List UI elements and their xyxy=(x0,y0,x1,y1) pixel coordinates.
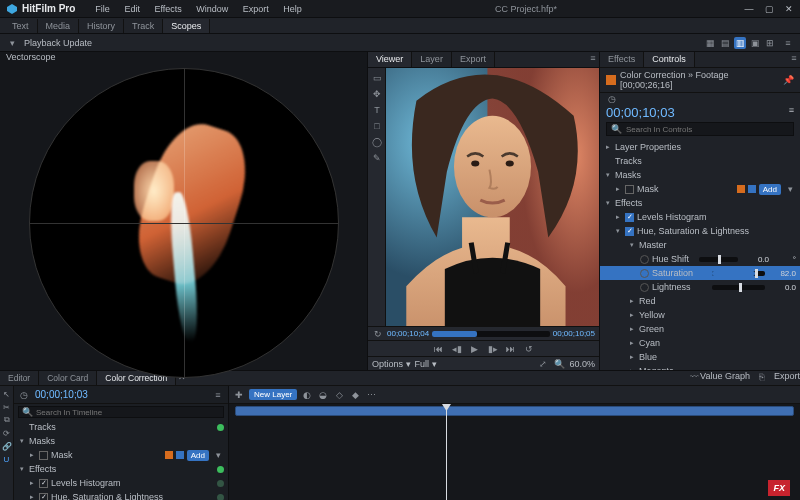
saturation-slider[interactable] xyxy=(712,271,765,276)
tool-c-icon[interactable]: ◇ xyxy=(333,389,345,401)
mask-ellipse-icon[interactable]: ◯ xyxy=(371,136,383,148)
rate-tool-icon[interactable]: ⟳ xyxy=(2,428,12,438)
keyframe-toggle-light[interactable] xyxy=(640,283,649,292)
timeline-clip[interactable] xyxy=(235,406,794,416)
visibility-dot[interactable] xyxy=(217,494,224,501)
mask-more-icon[interactable]: ▾ xyxy=(784,183,796,195)
timeline-tracks[interactable] xyxy=(229,404,800,500)
hue-slider[interactable] xyxy=(699,257,739,262)
menu-edit[interactable]: Edit xyxy=(118,4,146,14)
hue-value[interactable]: 0.0 xyxy=(745,255,769,264)
levels-enable-checkbox[interactable] xyxy=(625,213,634,222)
row-ch-green[interactable]: Green xyxy=(639,324,796,334)
viewer-tab-layer[interactable]: Layer xyxy=(412,52,452,67)
tl-row-levels[interactable]: Levels Histogram xyxy=(51,478,214,488)
row-ch-blue[interactable]: Blue xyxy=(639,352,796,362)
chevron-down-icon[interactable]: ▾ xyxy=(6,37,18,49)
row-ch-yellow[interactable]: Yellow xyxy=(639,310,796,320)
text-tool-icon[interactable]: T xyxy=(371,104,383,116)
pointer-tool-icon[interactable]: ↖ xyxy=(2,389,12,399)
viewer-canvas[interactable] xyxy=(386,68,599,326)
viewer-tab-export[interactable]: Export xyxy=(452,52,495,67)
viewer-options-button[interactable]: Options ▾ xyxy=(372,359,411,369)
export-icon[interactable]: ⎘ xyxy=(756,371,768,383)
hsl-enable-checkbox[interactable] xyxy=(625,227,634,236)
value-graph-button[interactable]: Value Graph xyxy=(700,371,750,385)
sec-tab-history[interactable]: History xyxy=(79,19,124,33)
tl-levels-checkbox[interactable] xyxy=(39,479,48,488)
next-frame-icon[interactable]: ▮▸ xyxy=(487,343,499,355)
tl-row-hsl[interactable]: Hue, Saturation & Lightness xyxy=(51,492,214,500)
zoom-icon[interactable]: 🔍 xyxy=(553,358,565,370)
layout-mode-2-icon[interactable]: ▤ xyxy=(719,37,731,49)
layout-mode-5-icon[interactable]: ⊞ xyxy=(764,37,776,49)
viewer-quality-button[interactable]: Full ▾ xyxy=(415,359,437,369)
go-end-icon[interactable]: ⏭ xyxy=(505,343,517,355)
viewer-menu-icon[interactable]: ≡ xyxy=(587,52,599,64)
sec-tab-scopes[interactable]: Scopes xyxy=(163,19,210,33)
ctrl-tab-effects[interactable]: Effects xyxy=(600,52,644,67)
add-layer-icon[interactable]: ✚ xyxy=(233,389,245,401)
tl-row-effects[interactable]: Effects xyxy=(29,464,214,474)
select-tool-icon[interactable]: ▭ xyxy=(371,72,383,84)
go-start-icon[interactable]: ⏮ xyxy=(433,343,445,355)
slice-tool-icon[interactable]: ✂ xyxy=(2,402,12,412)
ctrl-search-input[interactable] xyxy=(626,125,789,134)
viewer-scrubber[interactable] xyxy=(432,331,549,337)
tl-mask-more-icon[interactable]: ▾ xyxy=(212,449,224,461)
hand-tool-icon[interactable]: ✥ xyxy=(371,88,383,100)
sec-tab-track[interactable]: Track xyxy=(124,19,163,33)
tl-search-input[interactable] xyxy=(36,408,220,417)
keyframe-toggle-sat[interactable] xyxy=(640,269,649,278)
play-icon[interactable]: ▶ xyxy=(469,343,481,355)
tl-search-field[interactable]: 🔍 xyxy=(18,406,224,418)
menu-file[interactable]: File xyxy=(89,4,116,14)
sec-tab-media[interactable]: Media xyxy=(38,19,80,33)
zoom-fit-icon[interactable]: ⤢ xyxy=(537,358,549,370)
ctrl-menu-icon[interactable]: ≡ xyxy=(788,52,800,64)
mask-color-swatch[interactable] xyxy=(737,185,745,193)
row-hsl[interactable]: Hue, Saturation & Lightness xyxy=(637,226,796,236)
sat-value[interactable]: 82.0 xyxy=(772,269,796,278)
tool-b-icon[interactable]: ◒ xyxy=(317,389,329,401)
panel-menu-icon[interactable]: ≡ xyxy=(782,37,794,49)
mask-enable-checkbox[interactable] xyxy=(625,185,634,194)
tool-a-icon[interactable]: ◐ xyxy=(301,389,313,401)
tl-mask-add-button[interactable]: Add xyxy=(187,450,209,461)
window-minimize-icon[interactable]: — xyxy=(744,4,754,14)
tl-mask-checkbox[interactable] xyxy=(39,451,48,460)
layout-mode-4-icon[interactable]: ▣ xyxy=(749,37,761,49)
tool-e-icon[interactable]: ⋯ xyxy=(365,389,377,401)
link-tool-icon[interactable]: 🔗 xyxy=(2,441,12,451)
viewer-tab-viewer[interactable]: Viewer xyxy=(368,52,412,67)
window-maximize-icon[interactable]: ▢ xyxy=(764,4,774,14)
ctrl-tab-controls[interactable]: Controls xyxy=(644,52,695,67)
new-layer-button[interactable]: New Layer xyxy=(249,389,297,400)
menu-effects[interactable]: Effects xyxy=(148,4,187,14)
graph-icon[interactable]: 〰 xyxy=(688,371,700,383)
menu-export[interactable]: Export xyxy=(237,4,275,14)
window-close-icon[interactable]: ✕ xyxy=(784,4,794,14)
light-value[interactable]: 0.0 xyxy=(772,283,796,292)
tl-row-mask-item[interactable]: Mask xyxy=(51,450,162,460)
mask-color-swatch-2[interactable] xyxy=(748,185,756,193)
loop-toggle-icon[interactable]: ↺ xyxy=(523,343,535,355)
row-master[interactable]: Master xyxy=(639,240,796,250)
row-effects[interactable]: Effects xyxy=(615,198,796,208)
lightness-slider[interactable] xyxy=(712,285,765,290)
row-mask-item[interactable]: Mask xyxy=(637,184,734,194)
row-ch-cyan[interactable]: Cyan xyxy=(639,338,796,348)
tool-d-icon[interactable]: ◆ xyxy=(349,389,361,401)
row-tracks[interactable]: Tracks xyxy=(615,156,796,166)
sec-tab-text[interactable]: Text xyxy=(4,19,38,33)
timeline-playhead[interactable] xyxy=(446,404,447,500)
ctrl-pin-icon[interactable]: 📌 xyxy=(783,74,794,86)
menu-help[interactable]: Help xyxy=(277,4,308,14)
row-ch-red[interactable]: Red xyxy=(639,296,796,306)
loop-icon[interactable]: ↻ xyxy=(372,328,384,340)
visibility-dot[interactable] xyxy=(217,424,224,431)
visibility-dot[interactable] xyxy=(217,466,224,473)
mask-add-button[interactable]: Add xyxy=(759,184,781,195)
pen-tool-icon[interactable]: ✎ xyxy=(371,152,383,164)
layout-mode-3-icon[interactable]: ▥ xyxy=(734,37,746,49)
